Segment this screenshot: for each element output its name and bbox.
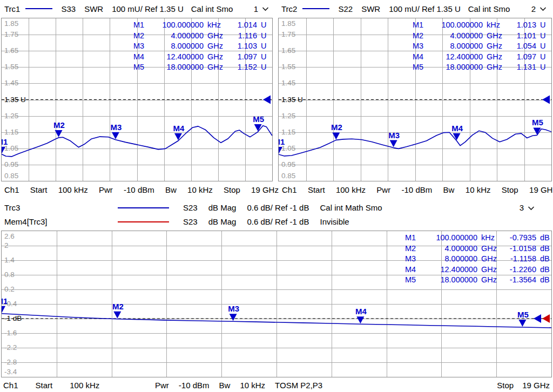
chevron-down-icon[interactable] (262, 7, 269, 11)
trace-header-3[interactable]: Trc3 S23 dB Mag 0.6 dB/ Ref -1 dB Cal in… (0, 201, 553, 214)
sparam-label: S23 (183, 203, 198, 212)
marker-name: M3 (405, 254, 421, 265)
value-unit: U (536, 20, 550, 31)
value-unit: dB (536, 275, 550, 286)
marker-value: 1.131 (506, 62, 536, 73)
marker-table-row: M38.000000GHz1.054U (413, 41, 550, 52)
channel-setting-label: Ch1 (282, 185, 297, 194)
marker-frequency: 4.000000 (150, 31, 204, 42)
memory-trace-header[interactable]: Mem4[Trc3] S23 dB Mag 0.6 dB/ Ref -1 dB … (0, 215, 553, 228)
marker-triangle-icon[interactable] (174, 133, 182, 140)
marker-triangle-icon[interactable] (390, 140, 397, 147)
marker-table-1: M1100.000000kHz1.014UM24.000000GHz1.116U… (133, 20, 271, 73)
status-label: Cal int Smo (468, 4, 510, 13)
marker-value: -1.2260 (501, 265, 536, 275)
channel-setting-label: Stop (502, 185, 518, 194)
y-tick-label: 1.55 (4, 63, 18, 71)
trace-header-2[interactable]: Trc2 S22 SWR 100 mU/ Ref 1.35 U Cal int … (277, 0, 553, 17)
y-tick-label: 0.85 (4, 172, 18, 180)
y-tick-label: -1.6 (4, 329, 17, 337)
trace-line-sample-icon (25, 8, 52, 9)
marker-M5[interactable]: M5 (532, 118, 543, 134)
marker-M5[interactable]: M5 (253, 114, 264, 131)
sparam-label: S22 (338, 4, 353, 13)
trace-name-label[interactable]: Mem4[Trc3] (0, 217, 118, 226)
chevron-down-icon[interactable] (528, 206, 535, 211)
value-unit: U (536, 31, 550, 42)
marker-name: M1 (405, 233, 421, 244)
marker-name: M5 (413, 62, 429, 73)
trace-name-label[interactable]: Trc2 (277, 4, 297, 13)
channel-setting-label: 10 kHz (240, 381, 265, 390)
frequency-unit: kHz (483, 20, 506, 31)
channel-setting-label: 100 kHz (336, 185, 366, 194)
marker-frequency: 8.000000 (421, 254, 477, 265)
channel-setting-label: Bw (443, 185, 455, 194)
marker-value: 1.152 (227, 62, 257, 73)
channel-setting-label: 19 GHz (251, 185, 279, 194)
marker-table-2: M1100.000000kHz1.013UM24.000000GHz1.101U… (413, 20, 550, 73)
marker-label: M4 (173, 124, 185, 133)
marker-M3[interactable]: M3 (111, 123, 122, 139)
frequency-unit: GHz (477, 275, 501, 286)
channel-setting-label: Pwr (99, 185, 113, 194)
trace-window-2: Trc2 S22 SWR 100 mU/ Ref 1.35 U Cal int … (277, 0, 553, 198)
channel-setting-label: Start (36, 381, 53, 390)
marker-name: M3 (413, 41, 429, 52)
channel-setting-label: Start (30, 185, 48, 194)
marker-frequency: 12.400000 (421, 265, 477, 275)
channel-setting-label: Stop (497, 381, 514, 390)
ref-level-arrow-icon[interactable] (542, 96, 550, 104)
chart-area-2[interactable]: M1M2M3M4M5 1.851.751.651.551.451.35 U1.2… (278, 18, 552, 181)
frequency-unit: GHz (483, 41, 506, 52)
channel-setting-label: -10 dBm (179, 381, 210, 390)
frequency-unit: GHz (477, 244, 501, 254)
marker-M4[interactable]: M4 (173, 124, 185, 140)
value-unit: U (257, 41, 271, 52)
trace-header-1[interactable]: Trc1 S33 SWR 100 mU/ Ref 1.35 U Cal int … (0, 0, 275, 17)
chart-area-3[interactable]: M1M2M3M4M5 2.621.40.80.2-0.4-1 dB-1.6-2.… (1, 231, 552, 377)
trace-name-label[interactable]: Trc1 (0, 4, 20, 13)
ref-level-arrow-icon[interactable] (542, 314, 550, 323)
frequency-unit: GHz (483, 62, 506, 73)
y-tick-label: 1.85 (4, 19, 18, 28)
status-label: Cal int Math Smo (320, 203, 382, 212)
marker-triangle-icon[interactable] (254, 124, 262, 131)
marker-M2[interactable]: M2 (112, 302, 124, 319)
frequency-unit: GHz (477, 254, 501, 265)
ref-level-arrow-icon[interactable] (534, 314, 541, 323)
marker-triangle-icon[interactable] (230, 314, 237, 321)
marker-triangle-icon[interactable] (356, 316, 364, 323)
frequency-unit: kHz (204, 20, 227, 31)
frequency-unit: GHz (483, 52, 506, 63)
marker-table-row: M38.000000GHz1.103U (133, 41, 271, 52)
marker-triangle-icon[interactable] (453, 133, 461, 140)
value-unit: U (536, 52, 550, 63)
marker-triangle-icon[interactable] (112, 132, 119, 139)
marker-triangle-icon[interactable] (518, 320, 526, 327)
y-tick-label: 1.25 (281, 112, 295, 120)
format-label: SWR (361, 4, 380, 13)
chart-area-1[interactable]: M1M2M3M4M5 1.851.751.651.551.451.35 U1.2… (1, 18, 273, 181)
ref-level-arrow-icon[interactable] (263, 96, 271, 104)
y-tick-label: -3.4 (4, 368, 17, 376)
y-tick-label: 1.05 (281, 144, 295, 152)
y-tick-label: 1.45 (4, 79, 18, 87)
marker-M4[interactable]: M4 (355, 307, 367, 323)
marker-M5[interactable]: M5 (517, 310, 529, 327)
frequency-unit: GHz (204, 62, 227, 73)
marker-label: M5 (253, 114, 264, 124)
trace-name-label[interactable]: Trc3 (0, 203, 118, 212)
chevron-down-icon[interactable] (539, 7, 547, 11)
marker-M2[interactable]: M2 (331, 123, 342, 139)
marker-value: 1.014 (227, 20, 257, 31)
marker-label: M4 (355, 307, 367, 316)
marker-table-row: M1100.000000kHz1.014U (133, 20, 271, 31)
channel-setting-label: 10 kHz (187, 185, 213, 194)
marker-value: 1.103 (227, 41, 257, 52)
marker-triangle-icon[interactable] (113, 312, 121, 319)
marker-M4[interactable]: M4 (451, 124, 463, 140)
marker-M2[interactable]: M2 (53, 120, 65, 137)
marker-M3[interactable]: M3 (388, 131, 400, 147)
value-unit: dB (536, 265, 550, 275)
